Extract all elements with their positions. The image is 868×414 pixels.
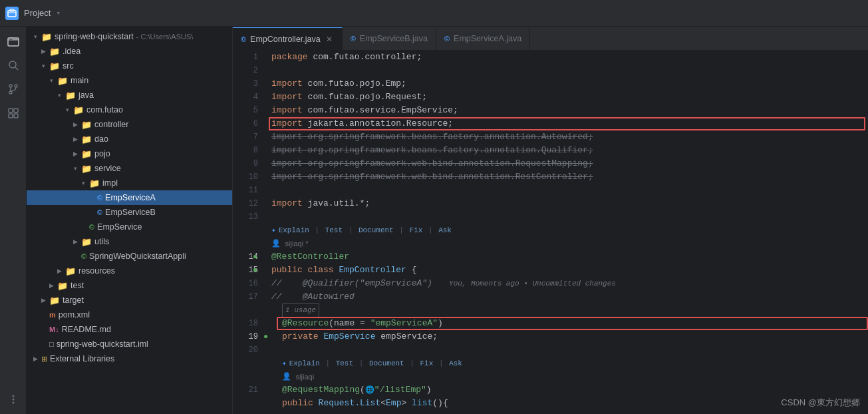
main-layout: ▾ 📁 spring-web-quickstart - C:\Users\ASU…: [0, 27, 868, 414]
document-action[interactable]: Document: [369, 357, 404, 370]
ln-18: 18: [238, 317, 258, 330]
arrow-icon: ▾: [32, 33, 39, 40]
sidebar-item-idea[interactable]: ▶ 📁 .idea: [27, 44, 232, 59]
library-icon: ⊞: [41, 355, 47, 363]
sidebar-item-impl[interactable]: ▾ 📁 impl: [27, 176, 232, 190]
md-file-icon: M↓: [49, 325, 59, 333]
code-line-12: import java.util.*;: [271, 197, 863, 210]
field-name: empService;: [380, 330, 438, 343]
sidebar-item-readme[interactable]: M↓ README.md: [27, 322, 232, 337]
editor-area: © EmpController.java ✕ © EmpServiceB.jav…: [233, 27, 868, 414]
sidebar-item-extlibs[interactable]: ▶ ⊞ External Libraries: [27, 351, 232, 366]
sidebar-item-comfutao[interactable]: ▾ 📁 com.futao: [27, 103, 232, 117]
sidebar-item-target[interactable]: ▶ 📁 target: [27, 293, 232, 308]
java-icon: ©: [444, 35, 450, 43]
java-interface-icon: ©: [89, 223, 94, 231]
java-file-icon: ©: [97, 208, 102, 216]
ln-12: 12: [238, 197, 258, 210]
code-line-6: import jakarta.annotation.Resource;: [271, 117, 863, 130]
fix-action[interactable]: Fix: [410, 224, 423, 237]
arrow-icon: ▶: [48, 282, 55, 289]
sidebar-item-root[interactable]: ▾ 📁 spring-web-quickstart - C:\Users\ASU…: [27, 29, 232, 44]
item-label: .idea: [63, 47, 80, 56]
fix-action[interactable]: Fix: [420, 357, 434, 370]
item-label: java: [78, 91, 94, 100]
import-path: com.futao.pojo.Request;: [308, 91, 427, 104]
item-label: controller: [94, 120, 128, 129]
project-title[interactable]: Project: [24, 8, 51, 18]
document-action[interactable]: Document: [359, 224, 394, 237]
tab-empservicea[interactable]: © EmpServiceA.java: [436, 27, 530, 50]
code-editor[interactable]: 1 2 3 4 5 6 7 8 9 10 11 12 13 14 15 16 1…: [233, 51, 868, 414]
item-label: EmpServiceB: [105, 208, 156, 217]
svg-point-14: [12, 402, 14, 404]
explain-action[interactable]: Explain: [279, 224, 309, 237]
ask-action[interactable]: Ask: [438, 224, 452, 237]
folder-open-icon: 📁: [49, 61, 60, 71]
author-text: sijiaqi: [296, 370, 315, 383]
folder-icon[interactable]: [4, 32, 23, 51]
explain-action[interactable]: Explain: [289, 357, 320, 370]
ln-3: 3: [238, 77, 258, 91]
ln-1: 1: [238, 51, 258, 64]
tab-empserviceb[interactable]: © EmpServiceB.java: [343, 27, 436, 50]
action-bar[interactable]: Explain | Test | Document | Fix | Ask: [279, 224, 452, 237]
inline-actions-1: ✦ Explain | Test | Document | Fix | Ask: [271, 224, 863, 237]
sidebar-item-dao[interactable]: ▶ 📁 dao: [27, 132, 232, 146]
item-label: resources: [78, 266, 115, 276]
keyword: public: [271, 264, 308, 277]
top-bar: Project ▾: [0, 0, 868, 27]
code-content: package com.futao.controller; import com…: [266, 51, 868, 414]
ln-2: 2: [238, 64, 258, 77]
ln-10: 10: [238, 170, 258, 184]
search-icon[interactable]: [4, 56, 23, 75]
code-line-4: import com.futao.pojo.Request;: [271, 91, 863, 104]
test-action[interactable]: Test: [336, 357, 353, 370]
item-label: spring-web-quickstart.iml: [57, 339, 148, 349]
author-icon: 👤: [271, 237, 285, 250]
sidebar-item-empservice[interactable]: © EmpService: [27, 220, 232, 234]
git-icon[interactable]: [4, 80, 23, 99]
extensions-icon[interactable]: [4, 104, 23, 122]
folder-icon: 📁: [81, 149, 92, 159]
paren: (: [329, 317, 334, 330]
sidebar-item-service[interactable]: ▾ 📁 service: [27, 161, 232, 176]
code-line-1: package com.futao.controller;: [271, 51, 863, 64]
sidebar-item-empservicea[interactable]: © EmpServiceA: [27, 190, 232, 205]
sidebar-item-controller[interactable]: ▶ 📁 controller: [27, 117, 232, 132]
test-action[interactable]: Test: [325, 224, 343, 237]
arrow-icon: ▾: [40, 63, 47, 69]
ask-action[interactable]: Ask: [449, 357, 462, 370]
sidebar-item-mainapp[interactable]: © SpringWebQuickstartAppli: [27, 249, 232, 264]
item-label: utils: [94, 237, 109, 246]
tab-label: EmpServiceA.java: [454, 34, 521, 43]
sidebar-item-test[interactable]: ▶ 📁 test: [27, 278, 232, 293]
sidebar-item-iml[interactable]: □ spring-web-quickstart.iml: [27, 337, 232, 351]
brace: {: [412, 264, 417, 277]
ln-5: 5: [238, 104, 258, 117]
tab-empcontroller[interactable]: © EmpController.java ✕: [233, 27, 343, 50]
sidebar-item-pojo[interactable]: ▶ 📁 pojo: [27, 146, 232, 161]
ln-22: [238, 397, 258, 410]
ln-actions2: [238, 357, 258, 370]
more-icon[interactable]: [4, 390, 23, 409]
arrow-icon: ▾: [80, 180, 86, 186]
sidebar-item-main[interactable]: ▾ 📁 main: [27, 73, 232, 88]
svg-rect-9: [14, 108, 18, 112]
import-path: jakarta.annotation.Resource;: [308, 117, 453, 130]
sidebar-item-utils[interactable]: ▶ 📁 utils: [27, 234, 232, 249]
item-label: target: [63, 296, 84, 305]
sidebar-item-java[interactable]: ▾ 📁 java: [27, 88, 232, 103]
sidebar-item-resources[interactable]: ▶ 📁 resources: [27, 264, 232, 278]
action-bar-2[interactable]: Explain | Test | Document | Fix | Ask: [289, 357, 462, 370]
tab-close-button[interactable]: ✕: [325, 35, 334, 44]
sidebar-item-pom[interactable]: m pom.xml: [27, 308, 232, 322]
ai-icon: ✦: [271, 224, 276, 237]
mapping-icon: 🌐: [365, 383, 374, 397]
item-label: spring-web-quickstart: [55, 32, 134, 41]
item-label: test: [71, 281, 84, 290]
ln-16: 16: [238, 277, 258, 290]
item-label: EmpService: [97, 222, 142, 232]
sidebar-item-src[interactable]: ▾ 📁 src: [27, 59, 232, 73]
sidebar-item-empserviceb[interactable]: © EmpServiceB: [27, 205, 232, 220]
